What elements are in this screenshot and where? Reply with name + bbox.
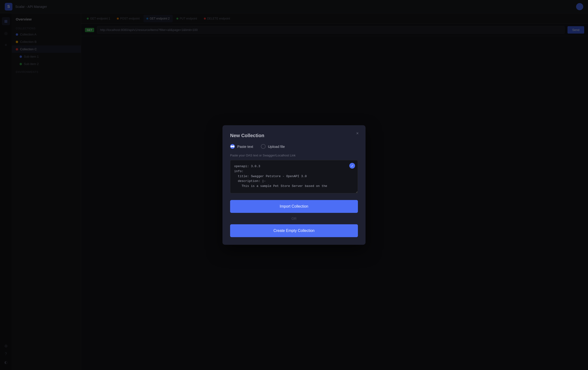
radio-upload-file-label: Upload file — [268, 145, 285, 149]
create-empty-collection-button[interactable]: Create Empty Collection — [230, 224, 358, 237]
oas-textarea[interactable]: openapi: 3.0.3 info: title: Swagger Pets… — [230, 160, 358, 193]
radio-paste-text-circle — [230, 144, 235, 149]
oas-textarea-wrapper: openapi: 3.0.3 info: title: Swagger Pets… — [230, 160, 358, 194]
radio-inner-dot — [231, 145, 232, 147]
radio-upload-file[interactable]: Upload file — [261, 144, 285, 149]
new-collection-modal: New Collection × Paste text Upload file … — [222, 125, 366, 245]
or-divider: OR — [230, 217, 358, 220]
radio-upload-file-circle — [261, 144, 266, 149]
radio-group: Paste text Upload file — [230, 144, 358, 149]
close-button[interactable]: × — [354, 130, 361, 137]
modal-overlay: New Collection × Paste text Upload file … — [0, 0, 588, 370]
modal-title: New Collection — [230, 133, 358, 138]
radio-paste-text[interactable]: Paste text — [230, 144, 253, 149]
radio-paste-text-label: Paste text — [237, 145, 253, 149]
import-collection-button[interactable]: Import Collection — [230, 200, 358, 213]
hint-text: Paste your OAS text or Swagger/Localhost… — [230, 154, 358, 157]
textarea-check-icon: ✓ — [349, 163, 355, 169]
